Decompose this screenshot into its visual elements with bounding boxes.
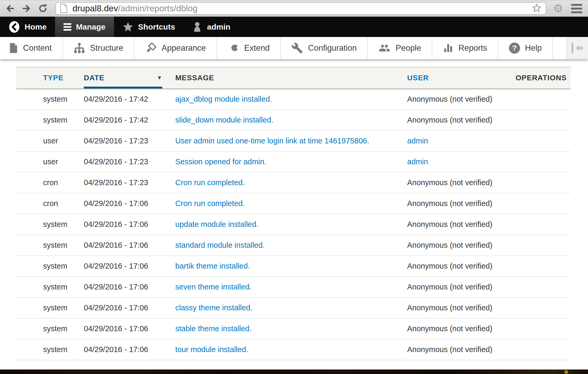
url-text[interactable]: drupal8.dev/admin/reports/dblog xyxy=(72,3,197,13)
toolbar-item-home[interactable]: Home xyxy=(0,17,55,37)
log-type-cell: system xyxy=(16,297,84,318)
menu-item-appearance[interactable]: Appearance xyxy=(134,37,217,59)
desktop-background-strip xyxy=(0,370,588,374)
log-type-cell: system xyxy=(16,110,84,130)
menu-item-structure[interactable]: Structure xyxy=(63,37,135,59)
log-row: system 04/29/2016 - 17:42 ajax_dblog mod… xyxy=(16,89,571,110)
log-row: system 04/29/2016 - 17:06 standard modul… xyxy=(16,235,571,256)
column-header-user: USER xyxy=(407,67,516,89)
dblog-table: TYPE DATE▼ MESSAGE USER OPERATIONS syste… xyxy=(16,67,571,360)
url-path: /admin/reports/dblog xyxy=(118,3,197,13)
log-type-cell: system xyxy=(16,235,84,256)
log-message-link[interactable]: bartik theme installed. xyxy=(175,262,250,270)
menu-item-help[interactable]: ? Help xyxy=(498,37,553,59)
log-message-cell: tour module installed. xyxy=(175,339,407,360)
log-message-link[interactable]: User admin used one-time login link at t… xyxy=(175,137,369,145)
url-bar[interactable]: drupal8.dev/admin/reports/dblog xyxy=(56,2,546,15)
log-operations-cell xyxy=(516,110,571,130)
log-user-text: Anonymous (not verified) xyxy=(407,116,492,124)
browser-chrome: drupal8.dev/admin/reports/dblog ⚙ xyxy=(0,0,588,17)
log-user-link[interactable]: admin xyxy=(407,157,428,166)
menu-item-reports[interactable]: Reports xyxy=(432,37,498,59)
menu-item-label: Content xyxy=(23,43,52,53)
menu-item-label: Reports xyxy=(458,43,487,53)
toolbar-item-shortcuts[interactable]: Shortcuts xyxy=(114,17,183,37)
log-user-cell: Anonymous (not verified) xyxy=(407,172,516,193)
log-message-link[interactable]: stable theme installed. xyxy=(175,324,252,333)
sitemap-icon xyxy=(74,42,85,54)
log-user-text: Anonymous (not verified) xyxy=(407,345,492,354)
log-message-link[interactable]: Cron run completed. xyxy=(175,199,245,208)
log-user-cell: Anonymous (not verified) xyxy=(407,110,516,130)
log-message-cell: slide_down module installed. xyxy=(175,110,407,130)
log-user-cell: admin xyxy=(407,130,516,151)
log-message-link[interactable]: classy theme installed. xyxy=(175,303,252,312)
log-date-cell: 04/29/2016 - 17:06 xyxy=(84,256,175,277)
log-date-cell: 04/29/2016 - 17:42 xyxy=(84,89,175,110)
forward-button[interactable] xyxy=(21,3,32,14)
log-message-link[interactable]: slide_down module installed. xyxy=(175,116,273,124)
log-row: system 04/29/2016 - 17:06 classy theme i… xyxy=(16,297,571,318)
extension-button[interactable]: ⚙ xyxy=(553,3,563,14)
log-message-link[interactable]: tour module installed. xyxy=(175,345,248,354)
menu-item-people[interactable]: People xyxy=(368,37,432,59)
forward-icon xyxy=(22,4,31,13)
toolbar-orientation-toggle[interactable] xyxy=(567,37,588,59)
log-user-cell: Anonymous (not verified) xyxy=(407,89,516,110)
reload-button[interactable] xyxy=(38,3,48,14)
log-message-link[interactable]: update module installed. xyxy=(175,220,258,228)
log-message-link[interactable]: standard module installed. xyxy=(175,241,265,249)
menu-item-label: Appearance xyxy=(162,43,206,53)
log-user-text: Anonymous (not verified) xyxy=(407,262,492,270)
menu-item-label: Extend xyxy=(244,43,270,53)
shortcuts-star-icon xyxy=(122,21,134,32)
log-message-link[interactable]: seven theme installed. xyxy=(175,283,252,291)
log-operations-cell xyxy=(516,151,571,172)
log-type-cell: system xyxy=(16,214,84,235)
log-date-cell: 04/29/2016 - 17:06 xyxy=(84,235,175,256)
log-row: cron 04/29/2016 - 17:23 Cron run complet… xyxy=(16,172,571,193)
log-type-cell: system xyxy=(16,89,84,110)
log-type-cell: system xyxy=(16,318,84,339)
toolbar-item-admin-user[interactable]: admin xyxy=(183,17,239,37)
log-user-text: Anonymous (not verified) xyxy=(407,324,492,333)
log-message-link[interactable]: Cron run completed. xyxy=(175,178,245,187)
sort-date-link[interactable]: DATE▼ xyxy=(84,74,162,82)
back-button[interactable] xyxy=(5,3,15,14)
log-operations-cell xyxy=(516,235,571,256)
user-icon xyxy=(192,21,203,33)
log-user-cell: Anonymous (not verified) xyxy=(407,235,516,256)
log-message-link[interactable]: ajax_dblog module installed. xyxy=(175,95,272,103)
log-user-link[interactable]: admin xyxy=(407,137,428,145)
log-message-cell: Session opened for admin. xyxy=(175,151,407,172)
log-type-cell: system xyxy=(16,339,84,360)
menu-item-configuration[interactable]: Configuration xyxy=(281,37,368,59)
puzzle-icon xyxy=(228,42,239,54)
log-user-cell: Anonymous (not verified) xyxy=(407,277,516,297)
log-message-cell: User admin used one-time login link at t… xyxy=(175,130,407,151)
log-operations-cell xyxy=(516,256,571,277)
dblog-header-row: TYPE DATE▼ MESSAGE USER OPERATIONS xyxy=(16,67,571,89)
menu-item-extend[interactable]: Extend xyxy=(217,37,281,59)
column-header-type: TYPE xyxy=(16,67,84,89)
log-user-text: Anonymous (not verified) xyxy=(407,220,492,228)
toolbar-item-manage[interactable]: Manage xyxy=(55,17,114,37)
menu-item-content[interactable]: Content xyxy=(0,37,63,59)
log-date-cell: 04/29/2016 - 17:06 xyxy=(84,214,175,235)
log-operations-cell xyxy=(516,214,571,235)
people-icon xyxy=(378,42,391,54)
log-row: user 04/29/2016 - 17:23 User admin used … xyxy=(16,130,571,151)
bookmark-star-button[interactable] xyxy=(531,3,542,14)
sort-type-link[interactable]: TYPE xyxy=(43,74,63,82)
browser-menu-button[interactable] xyxy=(571,4,582,13)
menu-item-label: Configuration xyxy=(308,43,357,53)
log-date-cell: 04/29/2016 - 17:06 xyxy=(84,318,175,339)
sort-user-link[interactable]: USER xyxy=(407,74,429,82)
column-header-message: MESSAGE xyxy=(175,67,407,89)
log-type-cell: system xyxy=(16,256,84,277)
log-message-link[interactable]: Session opened for admin. xyxy=(175,157,267,166)
log-message-cell: ajax_dblog module installed. xyxy=(175,89,407,110)
log-row: system 04/29/2016 - 17:06 tour module in… xyxy=(16,339,571,360)
manage-menu-icon xyxy=(63,22,71,32)
gear-icon: ⚙ xyxy=(553,2,563,15)
